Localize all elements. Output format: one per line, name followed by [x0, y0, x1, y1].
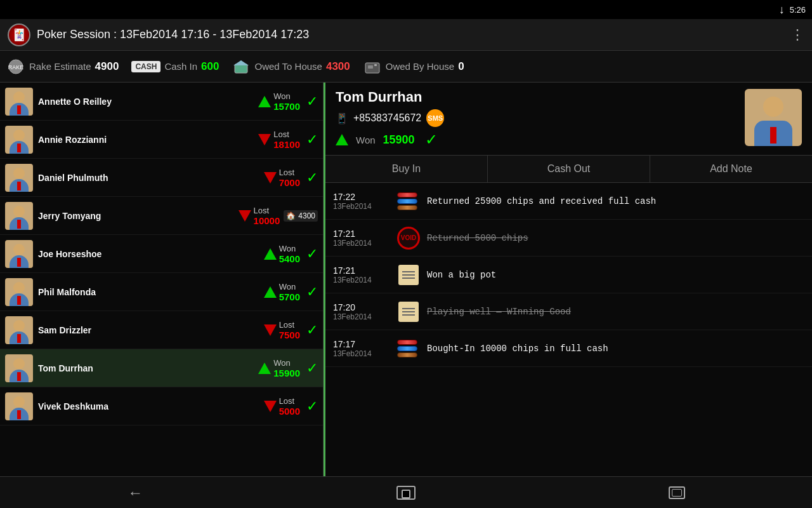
amount-value: 15700 — [273, 101, 300, 112]
amount-container: Lost7000 — [279, 168, 300, 188]
add-note-button[interactable]: Add Note — [650, 156, 812, 182]
app-icon: 🃏 — [8, 23, 30, 46]
amount-value: 7000 — [279, 177, 300, 188]
menu-button[interactable]: ⋮ — [790, 27, 804, 43]
cash-out-button[interactable]: Cash Out — [488, 156, 650, 182]
bottom-nav: ← — [0, 476, 812, 508]
phone-icon: 📱 — [336, 112, 348, 124]
amount-container: Won5400 — [279, 244, 300, 264]
detail-won-label: Won — [356, 135, 376, 145]
trans-time-date: 13Feb2014 — [333, 276, 390, 284]
transaction-row: 17:2213Feb2014 Returned 25900 chips and … — [325, 183, 812, 220]
player-list: Annette O ReilleyWon15700✓ Annie Rozzian… — [0, 83, 324, 476]
win-loss-indicator: Won15700 — [258, 91, 300, 112]
owed-to-house-label: Owed To House — [254, 61, 322, 72]
up-arrow-icon — [258, 363, 271, 374]
title-bar: 🃏 Poker Session : 13Feb2014 17:16 - 13Fe… — [0, 19, 812, 51]
amount-container: Won15900 — [273, 358, 300, 378]
won-arrow-icon — [336, 134, 348, 145]
detail-settled-check: ✓ — [425, 131, 438, 149]
settled-checkmark: ✓ — [306, 398, 318, 415]
detail-header: Tom Durrhan 📱 +85383745672 SMS Won 15900… — [325, 83, 812, 156]
player-avatar — [5, 316, 33, 344]
amount-value: 7500 — [279, 330, 300, 340]
win-loss-indicator: Lost5000 — [264, 396, 300, 417]
down-arrow-icon — [239, 210, 251, 222]
transaction-row: 17:2113Feb2014VOIDReturned 5000 chips — [325, 220, 812, 257]
page-title: Poker Session : 13Feb2014 17:16 - 13Feb2… — [37, 28, 790, 41]
amount-container: Lost7500 — [279, 320, 300, 340]
owes-badge: 🏠4300 — [284, 210, 318, 222]
owed-by-house-stat: Owed By House 0 — [363, 59, 464, 74]
player-row[interactable]: Sam DrizzlerLost7500✓ — [0, 311, 323, 349]
transaction-icon — [396, 263, 421, 287]
buy-in-button[interactable]: Buy In — [325, 156, 488, 182]
rake-label: Rake Estimate — [29, 61, 91, 72]
result-label: Won — [273, 358, 300, 368]
result-label: Lost — [279, 396, 300, 406]
result-label: Lost — [273, 130, 300, 139]
transaction-time: 17:2113Feb2014 — [333, 265, 390, 284]
chips-icon — [397, 340, 420, 358]
detail-avatar — [745, 89, 802, 146]
player-row[interactable]: Tom DurrhanWon15900✓ — [0, 349, 323, 387]
back-button[interactable]: ← — [119, 481, 151, 504]
recent-button[interactable] — [661, 481, 693, 504]
player-name: Vivek Deshkuma — [38, 401, 264, 411]
cash-in-badge: CASH — [131, 61, 160, 72]
result-label: Won — [279, 282, 300, 291]
down-arrow-icon — [264, 172, 277, 184]
player-name: Phil Malfonda — [38, 287, 264, 297]
win-loss-indicator: Lost10000 — [239, 206, 280, 226]
amount-container: Won15700 — [273, 91, 300, 112]
trans-time-main: 17:21 — [333, 229, 390, 239]
player-row[interactable]: Annie RozzianniLost18100✓ — [0, 121, 323, 159]
player-detail: Tom Durrhan 📱 +85383745672 SMS Won 15900… — [325, 83, 812, 476]
cash-in-stat: CASH Cash In 600 — [131, 60, 219, 73]
transaction-row: 17:1713Feb2014 Bought-In 10000 chips in … — [325, 330, 812, 367]
recent-icon — [669, 486, 685, 499]
sms-badge[interactable]: SMS — [426, 109, 444, 127]
player-name: Joe Horseshoe — [38, 249, 264, 259]
player-row[interactable]: Phil MalfondaWon5700✓ — [0, 273, 323, 311]
detail-won-row: Won 15900 ✓ — [336, 131, 735, 149]
win-loss-indicator: Lost18100 — [258, 130, 300, 150]
svg-rect-6 — [374, 64, 377, 66]
transaction-time: 17:2013Feb2014 — [333, 302, 390, 321]
up-arrow-icon — [264, 248, 277, 260]
result-label: Lost — [279, 320, 300, 330]
transaction-icon: VOID — [396, 226, 421, 250]
trans-time-main: 17:17 — [333, 339, 390, 349]
player-row[interactable]: Annette O ReilleyWon15700✓ — [0, 83, 323, 121]
void-icon: VOID — [397, 227, 420, 250]
amount-value: 15900 — [273, 368, 300, 378]
owed-to-house-stat: Owed To House 4300 — [232, 59, 350, 74]
player-avatar — [5, 240, 33, 268]
win-loss-indicator: Won5400 — [264, 244, 300, 264]
player-row[interactable]: Joe HorseshoeWon5400✓ — [0, 235, 323, 273]
home-button[interactable] — [390, 481, 422, 504]
transaction-description: Won a big pot — [427, 270, 804, 280]
transaction-description: Returned 5000 chips — [427, 233, 804, 243]
trans-time-date: 13Feb2014 — [333, 202, 390, 211]
main-content: Annette O ReilleyWon15700✓ Annie Rozzian… — [0, 83, 812, 476]
player-avatar — [5, 126, 33, 154]
player-row[interactable]: Daniel PhulmuthLost7000✓ — [0, 159, 323, 197]
transaction-row: 17:2013Feb2014 Playing well — WInning Go… — [325, 293, 812, 330]
owed-to-house-value: 4300 — [326, 60, 350, 73]
transaction-time: 17:1713Feb2014 — [333, 339, 390, 358]
settled-checkmark: ✓ — [306, 322, 318, 338]
status-bar: ↓ 5:26 — [0, 0, 812, 19]
transaction-time: 17:2213Feb2014 — [333, 192, 390, 211]
cash-in-value: 600 — [201, 60, 219, 73]
action-buttons: Buy In Cash Out Add Note — [325, 156, 812, 183]
svg-rect-2 — [235, 64, 247, 73]
player-avatar — [5, 354, 33, 382]
result-label: Won — [279, 244, 300, 253]
cash-in-label: Cash In — [164, 61, 197, 72]
settled-checkmark: ✓ — [306, 170, 318, 186]
down-arrow-icon — [264, 324, 277, 336]
player-row[interactable]: Vivek DeshkumaLost5000✓ — [0, 387, 323, 425]
note-icon — [398, 302, 419, 322]
player-row[interactable]: Jerry TomyangLost10000🏠4300 — [0, 197, 323, 235]
